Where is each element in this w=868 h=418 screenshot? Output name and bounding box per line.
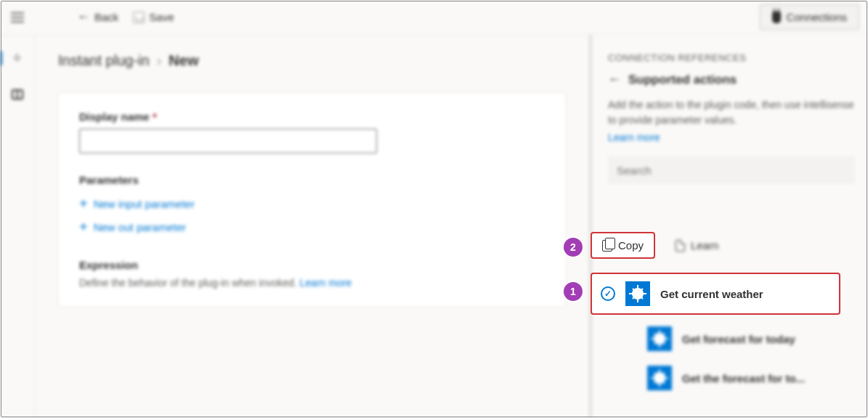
action-get-forecast-tomorrow[interactable]: Get the forecast for to... <box>591 358 840 398</box>
connections-button[interactable]: Connections <box>760 4 859 30</box>
copy-label: Copy <box>618 239 644 252</box>
connections-label: Connections <box>787 11 847 23</box>
left-rail: ✧ <box>0 35 35 418</box>
action-get-current-weather[interactable]: Get current weather <box>591 273 840 315</box>
actions-list: Get current weather Get forecast for tod… <box>591 273 840 398</box>
save-button[interactable]: Save <box>133 11 174 23</box>
expression-learn-more-link[interactable]: Learn more <box>300 277 352 289</box>
panel-help-text: Add the action to the plugin code, then … <box>608 97 855 128</box>
new-input-label: New input parameter <box>94 198 195 210</box>
check-icon <box>601 286 615 301</box>
action-label: Get current weather <box>660 288 763 300</box>
chevron-right-icon: › <box>157 52 162 69</box>
learn-btn-label: Learn <box>691 239 718 252</box>
search-input[interactable] <box>608 156 855 184</box>
action-get-forecast-today[interactable]: Get forecast for today <box>591 319 840 358</box>
expression-description: Define the behavior of the plug-in when … <box>79 277 545 289</box>
action-label: Get forecast for today <box>682 333 795 345</box>
weather-icon <box>625 281 650 306</box>
sparkle-icon: ✧ <box>12 50 23 66</box>
back-label: Back <box>94 11 118 23</box>
new-out-parameter-button[interactable]: + New out parameter <box>79 215 545 238</box>
new-input-parameter-button[interactable]: + New input parameter <box>79 192 545 215</box>
hamburger-icon[interactable] <box>9 9 26 26</box>
form-card: Display name * Parameters + New input pa… <box>58 92 566 307</box>
callout-badge-1: 1 <box>564 282 583 301</box>
expression-heading: Expression <box>79 259 545 271</box>
weather-icon <box>647 326 672 351</box>
arrow-left-icon <box>77 9 90 25</box>
learn-button[interactable]: Learn <box>665 233 729 257</box>
copy-icon <box>602 240 612 252</box>
display-name-input[interactable] <box>79 129 377 153</box>
weather-icon <box>647 366 672 390</box>
new-out-label: New out parameter <box>94 221 187 233</box>
top-toolbar: Back Save Connections <box>0 0 868 35</box>
action-label: Get the forecast for to... <box>682 372 805 385</box>
panel-title: Supported actions <box>628 73 737 87</box>
document-icon <box>676 240 685 252</box>
plus-icon: + <box>79 196 88 211</box>
callout-badge-2: 2 <box>564 238 583 257</box>
parameters-heading: Parameters <box>79 174 545 186</box>
rail-item-panel[interactable] <box>7 84 28 105</box>
plug-icon <box>772 12 781 23</box>
panel-eyebrow: CONNECTION REFERENCES <box>608 52 855 63</box>
breadcrumb-parent[interactable]: Instant plug-in <box>58 52 150 69</box>
breadcrumb: Instant plug-in › New <box>58 52 566 69</box>
panel-learn-more-link[interactable]: Learn more <box>608 132 660 143</box>
plus-icon: + <box>79 220 88 234</box>
copy-button[interactable]: Copy <box>591 232 655 259</box>
save-label: Save <box>149 11 174 23</box>
rail-item-plugin[interactable]: ✧ <box>7 48 28 68</box>
panel-back-button[interactable]: ← <box>608 72 621 87</box>
save-icon <box>133 12 145 23</box>
main-content: Instant plug-in › New Display name * Par… <box>35 35 589 418</box>
required-asterisk: * <box>153 110 157 123</box>
display-name-label: Display name * <box>79 110 545 123</box>
breadcrumb-current: New <box>169 52 198 69</box>
panel-icon <box>12 89 23 100</box>
back-button[interactable]: Back <box>77 9 118 25</box>
